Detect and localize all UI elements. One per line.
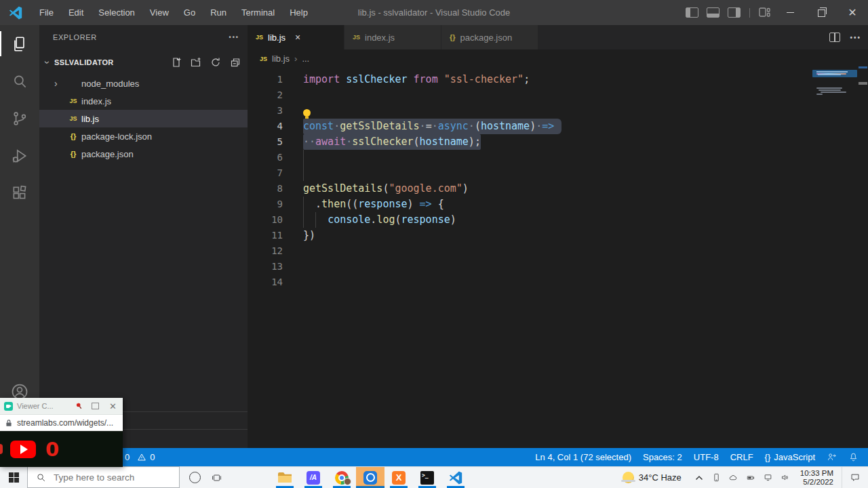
minimap[interactable]: [812, 70, 857, 158]
taskbar-search[interactable]: [27, 466, 180, 488]
folder-section-header[interactable]: › SSLVALIDATOR: [39, 54, 248, 70]
code-line[interactable]: 10 console.log(response): [248, 212, 868, 228]
overlay-url[interactable]: streamlabs.com/widgets/...: [17, 418, 113, 428]
code-line[interactable]: 2: [248, 87, 868, 103]
taskbar-terminal[interactable]: >_: [413, 467, 441, 488]
code-line[interactable]: 8getSslDetails("google.com"): [248, 181, 868, 197]
minimize-button[interactable]: [774, 0, 806, 25]
code-editor[interactable]: 1import sslChecker from "ssl-checker";23…: [248, 70, 868, 448]
action-center-button[interactable]: [842, 467, 868, 488]
line-number[interactable]: 4: [248, 119, 283, 134]
code-line[interactable]: 6: [248, 150, 868, 165]
notifications-bell-icon[interactable]: [848, 452, 859, 462]
code-line[interactable]: 7: [248, 165, 868, 181]
file-package.json[interactable]: {}package.json: [39, 145, 248, 163]
collapse-folders-icon[interactable]: [230, 57, 241, 68]
extensions-icon[interactable]: [0, 174, 39, 211]
toggle-secondary-sidebar-icon[interactable]: [728, 7, 741, 18]
weather-widget[interactable]: 34°C Haze: [623, 472, 682, 483]
toggle-panel-icon[interactable]: [707, 7, 719, 18]
tab-index.js[interactable]: JSindex.js: [344, 25, 441, 49]
lightbulb-icon[interactable]: [303, 109, 311, 117]
line-number[interactable]: 14: [248, 274, 283, 290]
code-line[interactable]: 13: [248, 259, 868, 274]
code-line[interactable]: 1import sslChecker from "ssl-checker";: [248, 72, 868, 87]
overlay-close-icon[interactable]: ✕: [109, 401, 117, 411]
code-line[interactable]: 9 .then((response) => {: [248, 197, 868, 212]
split-editor-icon[interactable]: [829, 33, 840, 42]
menu-help[interactable]: Help: [282, 7, 315, 18]
toggle-sidebar-icon[interactable]: [686, 7, 698, 18]
volume-icon[interactable]: [780, 473, 790, 482]
code-line[interactable]: 11}): [248, 228, 868, 243]
encoding-setting[interactable]: UTF-8: [694, 452, 719, 462]
battery-icon[interactable]: [745, 474, 756, 482]
explorer-icon[interactable]: [0, 25, 39, 62]
taskbar-file-explorer[interactable]: [271, 467, 299, 488]
overlay-address-bar[interactable]: streamlabs.com/widgets/...: [0, 415, 123, 431]
indentation-setting[interactable]: Spaces: 2: [643, 452, 682, 462]
code-line[interactable]: 14: [248, 274, 868, 290]
phone-link-icon[interactable]: [712, 472, 721, 483]
network-icon[interactable]: [763, 473, 773, 482]
overlay-maximize-icon[interactable]: [92, 403, 99, 409]
menu-view[interactable]: View: [142, 7, 176, 18]
line-number[interactable]: 12: [248, 243, 283, 259]
pin-icon[interactable]: [75, 402, 83, 411]
cortana-button[interactable]: [184, 467, 205, 488]
task-view-button[interactable]: [205, 467, 227, 488]
tab-package.json[interactable]: {}package.json: [441, 25, 538, 49]
menu-edit[interactable]: Edit: [61, 7, 91, 18]
taskbar-vscode[interactable]: [441, 467, 470, 488]
menu-run[interactable]: Run: [203, 7, 234, 18]
file-lib.js[interactable]: JSlib.js: [39, 110, 248, 127]
eol-setting[interactable]: CRLF: [730, 452, 753, 462]
taskbar-streamlabs[interactable]: [356, 467, 384, 488]
file-index.js[interactable]: JSindex.js: [39, 92, 248, 110]
code-line[interactable]: 4const·getSslDetails·=·async·(hostname)·…: [248, 119, 868, 134]
source-control-icon[interactable]: [0, 100, 39, 137]
menu-file[interactable]: File: [32, 7, 61, 18]
menu-selection[interactable]: Selection: [91, 7, 142, 18]
breadcrumb-file[interactable]: lib.js: [272, 54, 290, 64]
refresh-explorer-icon[interactable]: [210, 57, 221, 68]
new-file-icon[interactable]: [171, 57, 182, 68]
menu-terminal[interactable]: Terminal: [234, 7, 282, 18]
code-line[interactable]: 3: [248, 103, 868, 119]
line-number[interactable]: 6: [248, 150, 283, 165]
line-number[interactable]: 10: [248, 212, 283, 228]
run-and-debug-icon[interactable]: [0, 137, 39, 174]
taskbar-search-input[interactable]: [52, 472, 167, 483]
onedrive-cloud-icon[interactable]: [728, 473, 738, 482]
taskbar-purple-app[interactable]: /A: [299, 467, 328, 488]
line-number[interactable]: 2: [248, 87, 283, 103]
explorer-more-actions-icon[interactable]: •••: [229, 34, 239, 41]
taskbar-xampp[interactable]: X: [384, 467, 413, 488]
line-number[interactable]: 5: [248, 134, 283, 150]
restore-button[interactable]: [806, 0, 837, 25]
editor-more-actions-icon[interactable]: •••: [850, 34, 861, 41]
taskbar-chrome[interactable]: [328, 467, 356, 488]
new-folder-icon[interactable]: [191, 57, 201, 68]
feedback-icon[interactable]: [827, 452, 837, 462]
menu-go[interactable]: Go: [176, 7, 203, 18]
breadcrumb-symbol[interactable]: ...: [302, 54, 309, 64]
line-number[interactable]: 13: [248, 259, 283, 274]
line-number[interactable]: 9: [248, 197, 283, 212]
file-node_modules[interactable]: ›node_modules: [39, 75, 248, 92]
close-tab-icon[interactable]: ×: [295, 32, 300, 43]
breadcrumb[interactable]: JS lib.js › ...: [248, 49, 868, 68]
tab-lib.js[interactable]: JSlib.js×: [248, 25, 344, 49]
search-icon[interactable]: [0, 62, 39, 100]
taskbar-clock[interactable]: 10:33 PM 5/2/2022: [800, 469, 833, 487]
tray-expand-icon[interactable]: [695, 475, 703, 481]
line-number[interactable]: 8: [248, 181, 283, 197]
line-number[interactable]: 7: [248, 165, 283, 181]
file-package-lock.json[interactable]: {}package-lock.json: [39, 127, 248, 145]
close-button[interactable]: ✕: [837, 0, 868, 25]
customize-layout-icon[interactable]: [759, 7, 770, 18]
code-line[interactable]: 12: [248, 243, 868, 259]
line-number[interactable]: 11: [248, 228, 283, 243]
language-mode[interactable]: {} JavaScript: [765, 452, 815, 462]
code-line[interactable]: 5··await·sslChecker(hostname);: [248, 134, 868, 150]
